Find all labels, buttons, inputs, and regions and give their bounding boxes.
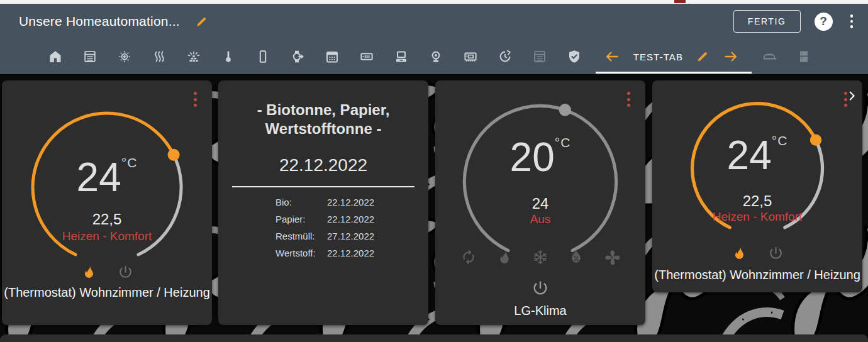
webcam-icon xyxy=(428,49,443,64)
tab-heating[interactable] xyxy=(142,39,176,74)
tab-home[interactable] xyxy=(38,39,72,74)
home-icon xyxy=(48,49,63,64)
entity-name: (Thermostat) Wohnzimmer / Heizung xyxy=(2,285,212,300)
waste-card-title: - Biotonne, Papier, Wertstofftonne - xyxy=(229,101,418,138)
waste-row-wertstoff: Wertstoff:22.12.2022 xyxy=(218,248,428,258)
app-bar: Unsere Homeautomation... FERTIG ? xyxy=(0,4,868,39)
heat-mode-icon[interactable] xyxy=(732,245,747,261)
move-tab-right-icon[interactable] xyxy=(723,48,739,65)
dashboard-view: 24°C 22,5 Heizen - Komfort (Thermostat) … xyxy=(0,74,868,342)
tab-phones[interactable] xyxy=(245,39,280,74)
current-temperature: 24°C xyxy=(652,134,862,175)
fridge-icon xyxy=(796,49,811,64)
card-options-icon[interactable] xyxy=(191,89,199,109)
dial-handle[interactable] xyxy=(559,104,571,116)
tab-hardware[interactable] xyxy=(453,39,487,74)
target-temperature: 22,5 xyxy=(652,192,862,210)
tab-nas[interactable] xyxy=(349,39,384,74)
sun-brightness-icon xyxy=(117,49,132,64)
tab-lights[interactable] xyxy=(107,39,142,74)
window-shutter-icon xyxy=(82,49,97,64)
edit-title-icon[interactable] xyxy=(195,15,208,28)
power-off-icon[interactable] xyxy=(768,245,784,261)
home-assistant-dashboard: Unsere Homeautomation... FERTIG ? xyxy=(0,0,868,342)
heat-mode-icon[interactable] xyxy=(81,264,97,280)
target-temperature: 24 xyxy=(435,195,645,212)
tab-security[interactable] xyxy=(557,39,591,74)
climate-dial[interactable] xyxy=(457,98,624,265)
calendar-icon xyxy=(325,49,340,64)
thermometer-icon xyxy=(221,49,236,64)
dry-humidity-mode-icon[interactable] xyxy=(568,249,584,265)
expansion-card-icon xyxy=(463,49,478,64)
scroll-tabs-right-icon[interactable] xyxy=(846,78,858,113)
heat-waves-icon xyxy=(152,49,167,64)
shield-check-icon xyxy=(567,49,582,64)
tab-fridge[interactable] xyxy=(786,39,821,74)
move-tab-left-icon[interactable] xyxy=(604,48,620,65)
tab-bar: TEST-TAB xyxy=(0,39,868,74)
tab-covers-2[interactable] xyxy=(522,39,557,74)
cool-snowflake-mode-icon[interactable] xyxy=(532,249,548,265)
waste-row-restmuell: Restmüll:27.12.2022 xyxy=(218,231,428,241)
entity-name: (Thermostat) Wohnzimmer / Heizung xyxy=(652,268,862,282)
tab-irrigation[interactable] xyxy=(176,39,211,74)
browser-edge-strip xyxy=(0,0,868,4)
divider xyxy=(232,186,415,187)
watch-export-icon xyxy=(290,49,305,64)
tab-calendar[interactable] xyxy=(314,39,349,74)
sprinkler-icon xyxy=(186,49,201,64)
waste-row-bio: Bio:22.12.2022 xyxy=(218,197,428,207)
next-card-row-partial[interactable] xyxy=(0,334,868,342)
power-off-icon[interactable] xyxy=(531,279,549,297)
card-options-icon[interactable] xyxy=(625,89,633,109)
tab-covers[interactable] xyxy=(72,39,107,74)
thermostat-card-2[interactable]: 24°C 22,5 Heizen - Komfort (Thermostat) … xyxy=(652,80,862,292)
fan-only-mode-icon[interactable] xyxy=(604,249,620,265)
thermostat-card-1[interactable]: 24°C 22,5 Heizen - Komfort (Thermostat) … xyxy=(2,80,212,325)
hvac-state-label: Aus xyxy=(435,212,645,226)
active-tab-label: TEST-TAB xyxy=(633,52,683,62)
tab-awning[interactable] xyxy=(752,39,786,74)
nas-icon xyxy=(359,49,374,64)
tab-updates[interactable] xyxy=(487,39,522,74)
power-off-icon[interactable] xyxy=(118,264,133,280)
tab-computer[interactable] xyxy=(384,39,418,74)
awning-icon xyxy=(762,49,777,64)
climate-card[interactable]: 20°C 24 Aus LG-Klima xyxy=(435,80,645,325)
tab-watch[interactable] xyxy=(280,39,314,74)
hvac-mode-label: Heizen - Komfort xyxy=(2,229,212,243)
edit-tab-icon[interactable] xyxy=(696,50,709,63)
browser-edge-marker xyxy=(674,0,686,3)
tab-test-tab-active[interactable]: TEST-TAB xyxy=(591,39,752,74)
update-clock-icon xyxy=(498,49,513,64)
hvac-mode-label: Heizen - Komfort xyxy=(652,210,862,224)
entity-name: LG-Klima xyxy=(435,304,645,318)
tab-climate[interactable] xyxy=(211,39,245,74)
cellphone-icon xyxy=(255,49,270,64)
current-temperature: 20°C xyxy=(435,136,645,177)
overflow-menu-icon[interactable] xyxy=(847,11,857,32)
target-temperature: 22,5 xyxy=(2,211,212,228)
help-icon[interactable]: ? xyxy=(815,13,833,31)
next-collection-date: 22.12.2022 xyxy=(218,155,428,175)
heat-mode-icon[interactable] xyxy=(496,249,513,265)
waste-collection-card[interactable]: - Biotonne, Papier, Wertstofftonne - 22.… xyxy=(218,80,428,325)
current-temperature: 24°C xyxy=(2,156,212,197)
dashboard-title: Unsere Homeautomation... xyxy=(19,14,180,29)
auto-sync-mode-icon[interactable] xyxy=(460,249,477,265)
window-shutter-icon xyxy=(532,49,547,64)
waste-row-papier: Papier:22.12.2022 xyxy=(218,214,428,224)
done-button[interactable]: FERTIG xyxy=(733,10,801,33)
tab-camera[interactable] xyxy=(418,39,453,74)
desktop-computer-icon xyxy=(394,49,409,64)
